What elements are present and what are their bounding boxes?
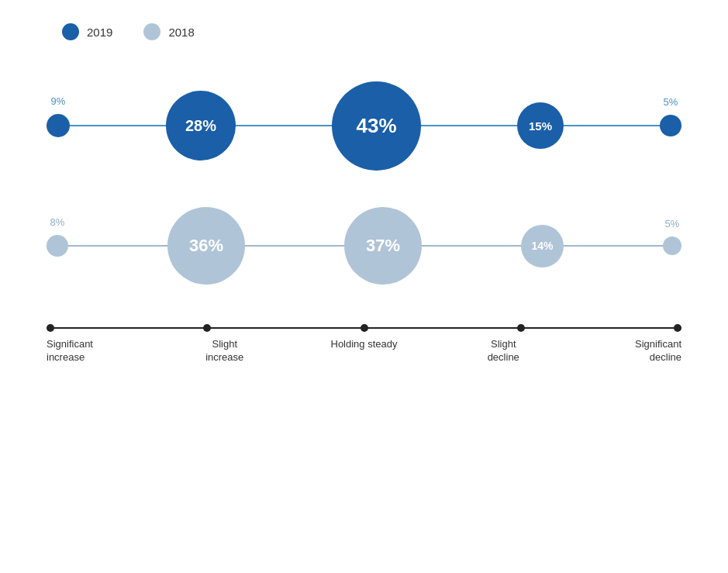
legend-item-2018: 2018 [143,23,194,40]
bubble-col-2019-9: 9% [47,114,70,137]
bubble-2018-5: 5% [663,236,681,255]
row-2018-content: 8% 36% 37% 14% 5% [47,207,681,285]
legend-label-2018: 2018 [168,26,194,39]
axis-area: Significantincrease Slightincrease Holdi… [47,327,681,364]
bubble-2018-36: 36% [167,207,245,285]
bubble-col-2018-8: 8% [47,235,68,257]
row-2019: 9% 28% 43% 15% 5% [47,71,681,180]
bubble-col-2019-28: 28% [166,91,236,161]
bubble-label-2019-5: 5% [664,96,678,108]
bubble-col-2018-36: 36% [167,207,245,285]
axis-dots [47,324,681,332]
legend-dot-2019 [62,23,79,40]
bubble-label-2018-5: 5% [665,218,680,230]
axis-labels: Significantincrease Slightincrease Holdi… [47,338,681,364]
bubble-text-2019-15: 15% [529,119,552,133]
axis-dot-4 [517,324,525,332]
row-2019-content: 9% 28% 43% 15% 5% [47,81,681,171]
bubble-text-2019-43: 43% [356,114,396,138]
bubble-text-2018-36: 36% [189,236,223,256]
bubble-2018-37: 37% [344,207,422,285]
bubble-label-2018-8: 8% [50,216,65,228]
legend-dot-2018 [143,23,160,40]
bubble-2019-28: 28% [166,91,236,161]
legend: 2019 2018 [62,23,195,40]
axis-label-1: Significantincrease [47,338,124,364]
bubble-col-2019-43: 43% [332,81,421,171]
bubble-col-2018-37: 37% [344,207,422,285]
axis-dot-5 [674,324,681,332]
bubble-col-2018-5: 5% [663,236,681,255]
axis-label-5: Significantdecline [604,338,681,364]
axis-line [47,327,681,329]
bubble-2018-8: 8% [47,235,68,257]
axis-label-3: Holding steady [326,338,403,364]
bubble-col-2019-15: 15% [517,102,564,149]
bubble-2019-5: 5% [660,115,681,136]
axis-dot-1 [47,324,54,332]
legend-item-2019: 2019 [62,23,112,40]
legend-label-2019: 2019 [87,26,112,39]
bubble-2019-15: 15% [517,102,564,149]
bubble-2018-14: 14% [521,225,564,268]
row-2018: 8% 36% 37% 14% 5% [47,195,681,296]
bubble-label-2019-9: 9% [51,95,66,107]
axis-label-2: Slightincrease [186,338,264,364]
bubble-2019-9: 9% [47,114,70,137]
axis-dot-3 [361,324,368,332]
bubble-text-2019-28: 28% [185,117,216,135]
bubble-text-2018-14: 14% [531,240,553,252]
bubble-2019-43: 43% [332,81,421,171]
bubble-col-2018-14: 14% [521,225,564,268]
bubble-col-2019-5: 5% [660,115,681,136]
axis-label-4: Slightdecline [464,338,542,364]
axis-dot-2 [203,324,211,332]
bubble-text-2018-37: 37% [366,236,400,256]
